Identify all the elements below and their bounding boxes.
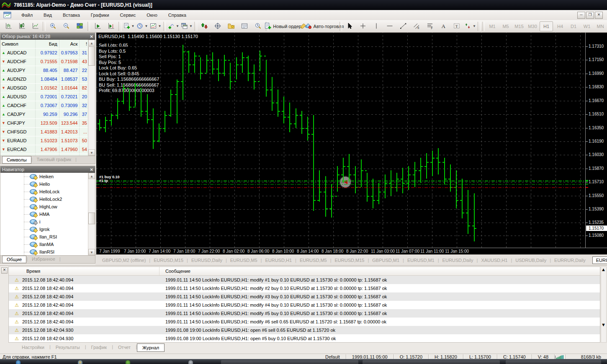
close-button[interactable]: ✕ (595, 12, 603, 19)
timeframe-m30[interactable]: M30 (526, 22, 539, 31)
timeframe-w1[interactable]: W1 (581, 22, 593, 31)
auto-scroll-button[interactable] (91, 21, 104, 32)
navigator-item-heiken[interactable]: Heiken (0, 173, 88, 180)
periods-button[interactable]: ▼ (136, 21, 149, 32)
navigator-item-hello[interactable]: Hello (0, 180, 88, 188)
symbol-row-cadjpy[interactable]: ▲CADJPY90.25990.29637 (0, 110, 88, 119)
menu-справка[interactable]: Справка (163, 11, 192, 19)
navigator-item-igrok[interactable]: Igrok (0, 226, 88, 233)
symbol-row-audcad[interactable]: ▲AUDCAD0.979220.9795331 (0, 49, 88, 57)
journal-row-4[interactable]: ⚠2015.12.08 18:42:40.0941999.01.11 14:50… (9, 309, 600, 318)
new-chart-button[interactable]: ▼ (123, 21, 135, 32)
navigator-item-highlow[interactable]: HighLow (0, 203, 88, 210)
navigator-close-icon[interactable]: ✕ (90, 167, 93, 172)
channel-tool-button[interactable]: E (410, 21, 423, 32)
tester-toggle-button[interactable] (252, 21, 265, 32)
journal-row-0[interactable]: ⚠2015.12.08 18:42:40.0941999.01.11 14:50… (9, 276, 600, 284)
journal-row-7[interactable]: ⚠2015.12.08 18:42:04.9301999.01.08 19:00… (9, 334, 600, 343)
price-axis[interactable]: 1.173101.171501.169901.168301.166701.165… (585, 33, 607, 248)
symbol-row-euraud[interactable]: ▼EURAUD1.510231.5107350 (0, 136, 88, 145)
market-watch-tab-0[interactable]: Символы (2, 156, 31, 164)
indicators-button[interactable]: ▼ (167, 21, 180, 32)
chart-tab-1[interactable]: EURUSD,M15 (150, 258, 187, 263)
menu-вставка[interactable]: Вставка (57, 11, 85, 19)
autotrade-button[interactable]: Авто-торговля (310, 21, 338, 32)
zoom-in-button[interactable] (47, 21, 59, 32)
scroll-up-icon[interactable]: ▲ (88, 173, 95, 179)
taskbar-task-button[interactable] (363, 360, 500, 364)
navigator-toggle-button[interactable] (225, 21, 238, 32)
new-order-button[interactable]: Новый ордер (270, 21, 296, 32)
market-watch-tab-1[interactable]: Тиковый график (32, 156, 75, 163)
symbol-row-audnzd[interactable]: ▲AUDNZD1.084841.0853753 (0, 75, 88, 84)
navigator-item-hellolock[interactable]: HelloLock (0, 188, 88, 195)
tester-tab-3[interactable]: Отчет (113, 343, 136, 351)
chart-tab-11[interactable]: USDRUB,Daily (512, 258, 550, 263)
column-header-3[interactable]: ! (80, 40, 88, 48)
symbol-row-eurcad[interactable]: ▼EURCAD1.479061.4796054 (0, 145, 88, 154)
tester-tab-4[interactable]: Журнал (137, 343, 165, 352)
market-watch-scrollbar[interactable]: ▲ ▼ (88, 40, 95, 156)
scroll-up-icon[interactable]: ▲ (601, 267, 606, 272)
chart-bars-button[interactable] (2, 21, 15, 32)
chart-tab-10[interactable]: XAUUSD,H1 (478, 258, 511, 263)
crosshair-tool-button[interactable] (357, 21, 369, 32)
chart-tab-7[interactable]: GBPUSD,M1 (369, 258, 403, 263)
navigator-item-ilanma[interactable]: IlanMA (0, 241, 88, 248)
navigator-tab-1[interactable]: Избранное (28, 256, 59, 262)
horizontal-line-tool-button[interactable] (383, 21, 396, 32)
taskbar-task-button[interactable] (221, 360, 358, 364)
title-bar[interactable]: 7861185: Alpari-Demo - Демо Счет - [EURU… (0, 0, 607, 10)
journal-column-message[interactable]: Сообщение (159, 267, 190, 275)
scroll-down-icon[interactable]: ▼ (88, 149, 95, 156)
chart-tab-12[interactable]: EURRUR,Daily (551, 258, 589, 263)
scrollbar-thumb[interactable] (88, 213, 95, 224)
chart-line-button[interactable] (29, 21, 41, 32)
chart-candles-button[interactable] (15, 21, 28, 32)
navigator-tab-0[interactable]: Общие (2, 256, 26, 263)
start-orb-icon[interactable] (16, 360, 21, 364)
data-window-toggle-button[interactable] (212, 21, 224, 32)
trendline-tool-button[interactable] (397, 21, 409, 32)
timeframe-d1[interactable]: D1 (567, 22, 580, 31)
text-tool-button[interactable]: A (437, 21, 450, 32)
chart-tab-9[interactable]: EURUSD,Daily (439, 258, 477, 263)
timeframe-h4[interactable]: H4 (554, 22, 566, 31)
cascade-windows-button[interactable]: ▼ (180, 21, 193, 32)
tester-tab-0[interactable]: Настройки (17, 343, 49, 351)
column-header-0[interactable]: Символ (0, 40, 36, 48)
column-header-2[interactable]: Аск (59, 40, 80, 48)
menu-вид[interactable]: Вид (38, 11, 57, 19)
chart-tab-2[interactable]: EURUSD,Daily (188, 258, 226, 263)
timeframe-h1[interactable]: H1 (540, 21, 553, 31)
timeframe-m1[interactable]: M1 (486, 22, 499, 31)
dropdown-caret-icon[interactable]: ▼ (189, 24, 193, 28)
chart-tab-5[interactable]: EURUSD,M5 (296, 258, 330, 263)
journal-row-5[interactable]: ⚠2015.12.08 18:42:40.0941999.01.11 14:50… (9, 318, 600, 326)
vertical-line-tool-button[interactable] (370, 21, 383, 32)
timeframe-m5[interactable]: M5 (499, 22, 512, 31)
menu-графики[interactable]: Графики (85, 11, 115, 19)
tester-tab-2[interactable]: График (86, 343, 112, 351)
minimize-button[interactable]: ─ (577, 12, 585, 19)
windows-taskbar[interactable] (0, 359, 607, 364)
market-watch-close-icon[interactable]: ✕ (90, 34, 93, 39)
journal-column-time[interactable]: Время (9, 267, 159, 275)
browser-icon[interactable] (78, 360, 82, 364)
restore-button[interactable]: ❐ (586, 12, 594, 19)
dropdown-caret-icon[interactable]: ▼ (176, 24, 179, 28)
market-watch-toggle-button[interactable] (198, 21, 211, 32)
templates-button[interactable]: ▼ (149, 21, 162, 32)
symbol-row-audusd[interactable]: ▲AUDUSD0.720010.7202120 (0, 92, 88, 101)
chart-plot-area[interactable]: EURUSD,H1 1.15490 1.15600 1.15130 1.1517… (96, 33, 585, 248)
navigator-header[interactable]: Навигатор ✕ (0, 166, 95, 173)
journal-row-1[interactable]: ⚠2015.12.08 18:42:40.0941999.01.11 14:50… (9, 284, 600, 292)
journal-scrollbar[interactable]: ▲ ▼ (601, 267, 607, 343)
navigator-item-ilanrsi[interactable]: IlanRSI (0, 248, 88, 255)
chart-tab-active[interactable]: EURUS (592, 256, 607, 264)
menu-окно[interactable]: Окно (141, 11, 163, 19)
menu-сервис[interactable]: Сервис (115, 11, 141, 19)
market-watch-header[interactable]: Обзор рынка: 16:43:28 ✕ (0, 33, 95, 40)
timeframe-m15[interactable]: M15 (513, 22, 525, 31)
scrollbar-thumb[interactable] (601, 272, 606, 322)
